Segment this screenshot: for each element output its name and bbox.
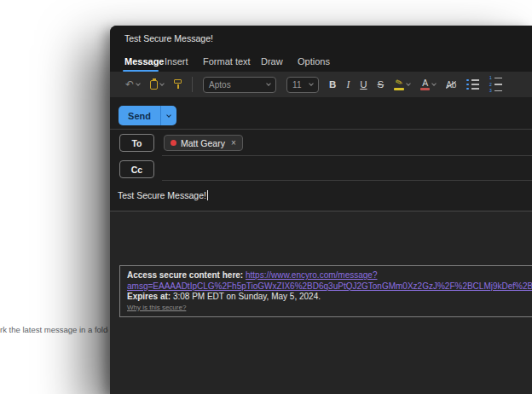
chevron-down-icon <box>431 81 437 86</box>
secure-line-1: Access secure content here: https://www.… <box>127 270 526 281</box>
access-label: Access secure content here: <box>127 270 243 280</box>
field-divider <box>162 155 532 156</box>
clear-formatting-button[interactable]: Ab <box>446 80 456 90</box>
ribbon-tabs: Message Insert Format text Draw Options <box>110 51 532 72</box>
toolbar-divider <box>192 77 193 92</box>
secure-link[interactable]: https://www.encyro.com/message? <box>246 270 378 280</box>
expires-line: Expires at: 3:08 PM EDT on Sunday, May 5… <box>127 292 526 303</box>
secure-link-box: Access secure content here: https://www.… <box>119 265 532 317</box>
field-divider <box>162 180 532 181</box>
window-title: Test Secure Message! <box>124 33 213 43</box>
clipboard-icon <box>150 80 158 90</box>
expires-label: Expires at: <box>127 292 171 301</box>
font-name-value: Aptos <box>209 80 231 90</box>
format-painter-icon <box>174 79 182 90</box>
secure-link-continued[interactable]: amsg=EAAAADtIpCLG%2Fh5pTioGWxZIX6%2BD6q3… <box>127 281 526 293</box>
tab-options[interactable]: Options <box>298 56 330 67</box>
chevron-down-icon <box>159 81 165 86</box>
numbered-list-button[interactable]: 1 2 3 <box>489 76 502 93</box>
send-options-dropdown[interactable] <box>160 106 176 125</box>
format-painter-button[interactable] <box>174 79 182 90</box>
font-color-icon: A <box>420 78 430 91</box>
bullet-list-button[interactable] <box>466 79 479 90</box>
subject-text: Test Secure Message! <box>118 190 206 200</box>
recipient-pill[interactable]: Matt Geary × <box>164 135 243 151</box>
send-button[interactable]: Send <box>119 106 160 125</box>
tab-message[interactable]: Message <box>124 56 164 67</box>
formatting-toolbar: ↶ Aptos 11 B I U S ✎ A <box>110 72 532 97</box>
recipient-name: Matt Geary <box>181 138 225 148</box>
chevron-down-icon <box>406 81 411 86</box>
title-bar[interactable]: Test Secure Message! <box>110 26 532 51</box>
font-size-value: 11 <box>292 80 301 90</box>
underline-button[interactable]: U <box>360 79 367 90</box>
subject-input[interactable]: Test Secure Message! <box>118 190 208 200</box>
tab-draw[interactable]: Draw <box>261 56 283 67</box>
expires-value: 3:08 PM EDT on Sunday, May 5, 2024. <box>173 292 321 301</box>
paste-button[interactable] <box>150 80 164 90</box>
presence-indicator-icon <box>171 140 176 146</box>
text-cursor <box>207 190 208 200</box>
font-name-select[interactable]: Aptos <box>203 77 276 93</box>
compose-window: Test Secure Message! Message Insert Form… <box>110 26 532 394</box>
chevron-down-icon <box>266 81 271 86</box>
to-button[interactable]: To <box>119 134 154 152</box>
undo-button[interactable]: ↶ <box>125 79 140 90</box>
chevron-down-icon <box>166 113 171 118</box>
bold-button[interactable]: B <box>329 79 336 90</box>
chevron-down-icon <box>136 81 141 86</box>
cc-button[interactable]: Cc <box>119 160 154 178</box>
highlight-button[interactable]: ✎ <box>394 78 410 90</box>
background-window-text: rk the latest message in a folder a <box>0 325 108 334</box>
tab-insert[interactable]: Insert <box>165 56 188 67</box>
field-divider <box>110 129 532 130</box>
highlighter-icon: ✎ <box>394 78 404 90</box>
italic-button[interactable]: I <box>346 79 350 90</box>
font-size-select[interactable]: 11 <box>286 77 319 93</box>
why-secure-link[interactable]: Why is this secure? <box>127 303 526 314</box>
message-body[interactable]: Access secure content here: https://www.… <box>110 211 532 394</box>
compose-header-fields: Send To Matt Geary × Cc Test Secure Mess… <box>110 97 532 211</box>
tab-format-text[interactable]: Format text <box>203 56 251 67</box>
send-split-button: Send <box>119 106 176 125</box>
remove-recipient-icon[interactable]: × <box>231 138 236 148</box>
font-color-button[interactable]: A <box>420 78 436 91</box>
chevron-down-icon <box>309 81 314 86</box>
strikethrough-button[interactable]: S <box>378 79 385 90</box>
undo-icon: ↶ <box>125 79 134 90</box>
